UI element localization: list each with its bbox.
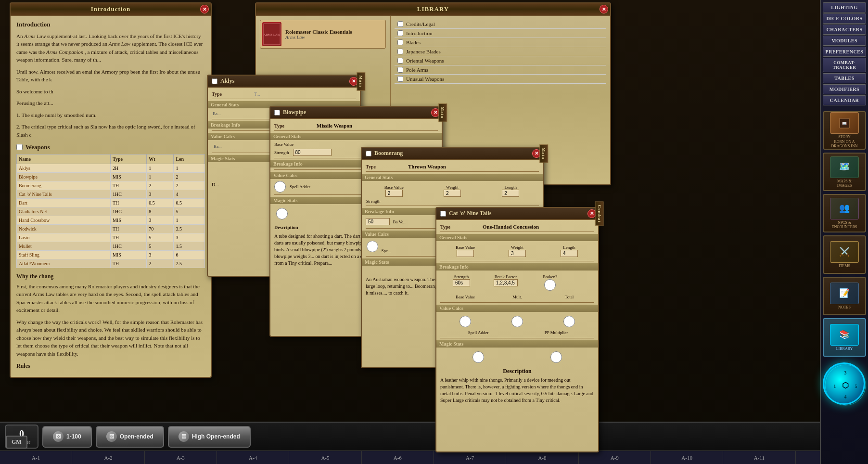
sidebar-preferences-btn[interactable]: PREFERENCES [823, 47, 866, 57]
blowpipe-magic-radio[interactable] [276, 208, 288, 219]
toc-checkbox[interactable] [397, 49, 403, 54]
toc-checkbox[interactable] [397, 58, 403, 64]
sidebar-lighting-btn[interactable]: LIGHTING [823, 2, 866, 13]
boomerang-radio[interactable] [367, 241, 378, 252]
cat-break-factor-label: Break Factor [485, 274, 527, 279]
table-row[interactable]: BoomerangTH22 [17, 181, 205, 190]
blowpipe-strength-input[interactable] [293, 149, 332, 156]
blowpipe-main-tab[interactable]: Main [439, 103, 447, 122]
table-row[interactable]: Staff SlingMIS36 [17, 250, 205, 259]
boomerang-length-input[interactable] [502, 190, 519, 197]
toc-checkbox[interactable] [397, 67, 403, 73]
library-close-btn[interactable]: ✕ [600, 5, 608, 13]
dice-open-ended-btn[interactable]: ⚄ Open-ended [96, 426, 164, 448]
why-text2: Why change the way the criticals work? W… [16, 318, 205, 358]
table-row[interactable]: Gladiators Net1HC85 [17, 207, 205, 216]
sidebar-notes-btn[interactable]: 📝 NOTES [823, 277, 866, 315]
boomerang-spe-label: Spe... [382, 248, 391, 253]
toc-label: Introduction [406, 30, 432, 36]
sidebar-modifiers-btn[interactable]: MODIFIERS [823, 84, 866, 94]
toc-checkbox[interactable] [397, 76, 403, 82]
sidebar-maps-btn[interactable]: 🗺️ MAPS &IMAGES [823, 153, 866, 191]
sidebar-library-btn[interactable]: 📚 LIBRARY [823, 318, 866, 357]
cat-break-factor-input[interactable] [494, 279, 518, 286]
why-text: First, the consensus among many Rolemast… [16, 283, 205, 314]
grid-a11: A-11 [723, 451, 795, 464]
library-toc-item[interactable]: Japanese Blades [395, 47, 606, 56]
library-toc-item[interactable]: Blades [395, 38, 606, 47]
grid-a10: A-10 [651, 451, 723, 464]
aklys-main-tab[interactable]: Main [357, 72, 366, 90]
boomerang-checkbox[interactable] [366, 151, 371, 156]
boomerang-str-input[interactable] [366, 218, 390, 225]
cat-val-radio3[interactable] [563, 316, 575, 327]
cat-broken-radio[interactable] [544, 279, 556, 291]
library-toc-item[interactable]: Pole Arms [395, 65, 606, 75]
table-row[interactable]: Aklys2H11 [17, 164, 205, 172]
library-book[interactable]: ARMS LAW Rolemaster Classic Essentials A… [260, 20, 386, 49]
cat-checkbox[interactable] [440, 211, 446, 217]
sidebar-characters-btn[interactable]: CHARACTERS [823, 25, 866, 35]
intro-close-btn[interactable]: ✕ [200, 5, 209, 13]
table-row[interactable]: NodwickTH703.5 [17, 224, 205, 233]
library-toc-item[interactable]: Credits/Legal [395, 20, 606, 29]
gm-label: GM [12, 438, 22, 445]
cat-val-radio1[interactable] [460, 316, 471, 327]
library-toc-item[interactable]: Introduction [395, 29, 606, 38]
library-toc-item[interactable]: Unusual Weapons [395, 75, 606, 84]
aklys-checkbox[interactable] [212, 78, 217, 84]
sidebar-calendar-btn[interactable]: CALENDAR [823, 95, 866, 105]
cat-combat-tab[interactable]: Combat [595, 201, 604, 226]
dice-ball[interactable]: 3 1 5 4 ⬡ [823, 362, 865, 405]
svg-text:ARMS LAW: ARMS LAW [263, 33, 281, 36]
table-row[interactable]: Atlatl/WoomeraTH22.5 [17, 259, 205, 268]
intro-p5: 1. The single numl by smoothed num. [16, 111, 205, 119]
cat-base-input[interactable] [457, 250, 474, 257]
boomerang-main-tab[interactable]: Main [540, 144, 549, 163]
dice-high-open-btn[interactable]: ⚄ High Open-ended [168, 426, 251, 448]
weapons-checkbox[interactable] [16, 144, 23, 150]
cat-length-input[interactable] [561, 250, 578, 257]
cat-break-str-input[interactable] [453, 279, 470, 286]
table-row[interactable]: Hand CrossbowMIS31 [17, 216, 205, 224]
col-len: Len [174, 154, 205, 164]
table-row[interactable]: LasioTH53 [17, 233, 205, 242]
svg-text:📚: 📚 [839, 329, 850, 340]
blowpipe-checkbox[interactable] [274, 110, 280, 116]
grid-a8: A-8 [506, 451, 578, 464]
blowpipe-spell-radio[interactable] [274, 181, 286, 193]
cat-magic-grid [440, 349, 594, 365]
boomerang-weight-input[interactable] [444, 190, 461, 197]
toc-checkbox[interactable] [397, 30, 403, 36]
sidebar-npcs-btn[interactable]: 👥 NPCS &ENCOUNTERS [823, 194, 866, 232]
sidebar-items-btn[interactable]: ⚔️ ITEMS [823, 235, 866, 274]
notes-label: NOTES [838, 305, 851, 309]
sidebar-story-btn[interactable]: 📖 STORYBORN ON ADRAGONS INN [823, 111, 866, 150]
table-row[interactable]: Mullet1HC51.5 [17, 242, 205, 250]
boomerang-base-label: Base Value [366, 185, 422, 190]
dice-1-100-btn[interactable]: ⚄ 1-100 [42, 426, 92, 448]
sidebar-modules-btn[interactable]: MODULES [823, 36, 866, 46]
toc-checkbox[interactable] [397, 21, 403, 27]
dice-container[interactable]: 3 1 5 4 ⬡ [823, 362, 866, 406]
dice-open-label: Open-ended [120, 433, 153, 440]
table-row[interactable]: BlowpipeMIS12 [17, 172, 205, 181]
table-row[interactable]: Cat 'o' Nine Tails1HC34 [17, 190, 205, 198]
toc-checkbox[interactable] [397, 39, 403, 45]
table-row[interactable]: DartTH0.50.5 [17, 198, 205, 207]
cat-weight-input[interactable] [509, 250, 526, 257]
maps-label: MAPS &IMAGES [837, 179, 852, 188]
sidebar-dice-colors-btn[interactable]: DICE COLORS [823, 13, 866, 24]
boomerang-type-row: Type Thrown Weapon [366, 164, 539, 169]
library-toc-item[interactable]: Oriental Weapons [395, 56, 606, 65]
sidebar-tables-btn[interactable]: TABLES [823, 73, 866, 83]
cat-magic-radio1[interactable] [472, 351, 484, 363]
boomerang-str-label: Strength [366, 199, 381, 204]
items-label: ITEMS [839, 264, 850, 268]
sidebar-combat-tracker-btn[interactable]: COMBAT-TRACKER [823, 58, 866, 72]
cat-magic-radio2[interactable] [550, 351, 562, 363]
book-title-area: Rolemaster Classic Essentials Arms Law [285, 29, 352, 40]
cat-val-radio2[interactable] [511, 316, 523, 327]
boomerang-base-input[interactable] [385, 190, 403, 197]
dice-svg: 3 1 5 4 ⬡ [824, 364, 867, 406]
